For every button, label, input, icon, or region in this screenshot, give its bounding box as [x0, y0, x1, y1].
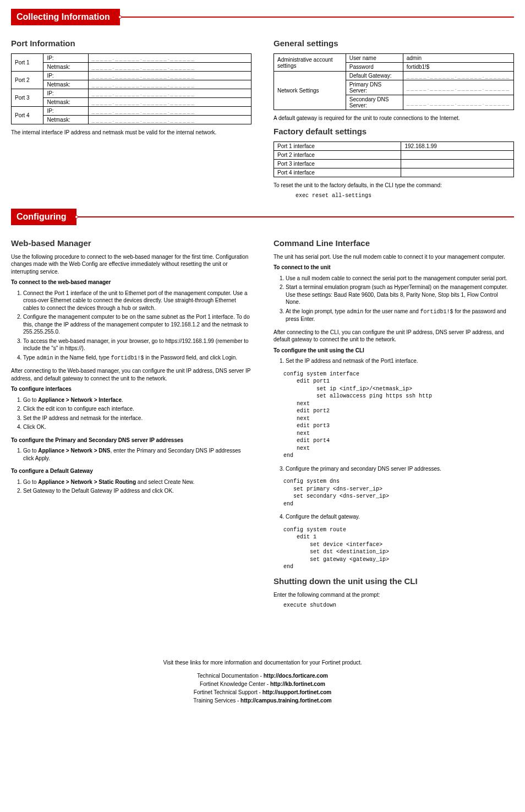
pass-val: fortidb1!$ — [403, 63, 513, 72]
ip-label: IP: — [43, 54, 88, 63]
blank-input[interactable]: _____.______.______.______ — [403, 72, 513, 80]
cli-steps1: Use a null modem cable to connect the se… — [286, 275, 514, 323]
cli-config-list: Set the IP address and netmask of the Po… — [286, 357, 514, 365]
factory-table: Port 1 interface 192.168.1.99 Port 2 int… — [274, 141, 514, 177]
footer-line1: Visit these links for more information a… — [11, 659, 514, 667]
port-label: Port 1 — [12, 54, 43, 72]
gw-label: Default Gateway: — [346, 72, 403, 80]
s3-bold: Appliance > Network > DNS — [38, 448, 110, 454]
factory-val — [401, 168, 514, 177]
web-post1: After connecting to the Web-based manage… — [11, 367, 251, 382]
cli-h1: To connect to the unit — [274, 264, 514, 271]
shutdown-title: Shutting down the unit using the CLI — [274, 576, 514, 586]
factory-label: Port 4 interface — [274, 168, 401, 177]
table-row: Netmask: _____.______.______.______ — [12, 80, 251, 89]
l4b[interactable]: http://campus.training.fortinet.com — [240, 697, 332, 704]
blank-input[interactable]: _____.______.______.______ — [88, 107, 251, 116]
blank-input[interactable]: _____.______.______.______ — [88, 72, 251, 80]
blank-input[interactable]: _____.______.______.______ — [88, 89, 251, 98]
port-info-note: The internal interface IP address and ne… — [11, 129, 251, 137]
list-item: Set Gateway to the Default Gateway IP ad… — [23, 487, 251, 495]
table-row: Netmask: _____.______.______.______ — [12, 98, 251, 107]
list-item: Configure the default gateway. — [286, 513, 514, 521]
s3-pre: Go to — [23, 448, 38, 454]
factory-val — [401, 159, 514, 168]
table-row: Administrative account settings User nam… — [274, 54, 514, 63]
cli-code-a: config system interface edit port1 set i… — [283, 370, 514, 460]
footer-link-row: Fortinet Knowledge Center - http://kb.fo… — [11, 680, 514, 688]
port-label: Port 4 — [12, 107, 43, 124]
ip-label: IP: — [43, 89, 88, 98]
table-row: Netmask: _____.______.______.______ — [12, 116, 251, 124]
section-configuring: Configuring — [11, 209, 514, 225]
blank-input[interactable]: _____.______.______.______ — [403, 95, 513, 110]
web-col: Web-based Manager Use the following proc… — [11, 234, 251, 615]
list-item: Set the IP address and netmask of the Po… — [286, 357, 514, 365]
cli-col: Command Line Interface The unit has seri… — [274, 234, 514, 615]
list-item: Click the edit icon to configure each in… — [23, 405, 251, 413]
mask-label: Netmask: — [43, 63, 88, 72]
blank-input[interactable]: _____.______.______.______ — [88, 63, 251, 72]
table-row: Port 3 interface — [274, 159, 514, 168]
web-steps2: Go to Appliance > Network > Interface. C… — [23, 396, 251, 431]
section-bar-bg — [11, 216, 514, 217]
list-item: Set the IP address and netmask for the i… — [23, 415, 251, 422]
factory-label: Port 1 interface — [274, 141, 401, 150]
web-h2: To configure interfaces — [11, 385, 251, 393]
table-row: Network Settings Default Gateway: _____.… — [274, 72, 514, 80]
l2b[interactable]: http://kb.fortinet.com — [270, 681, 325, 687]
port-label: Port 3 — [12, 89, 43, 107]
web-steps3: Go to Appliance > Network > DNS, enter t… — [23, 447, 251, 462]
configuring-columns: Web-based Manager Use the following proc… — [11, 234, 514, 615]
table-row: Netmask: _____.______.______.______ — [12, 63, 251, 72]
list-item: Configure the management computer to be … — [23, 313, 251, 336]
l1a: Technical Documentation - — [197, 673, 264, 679]
ip-label: IP: — [43, 107, 88, 116]
port-info-title: Port Information — [11, 39, 251, 48]
table-row: Port 2 interface — [274, 150, 514, 159]
blank-input[interactable]: _____.______.______.______ — [88, 80, 251, 89]
section-collecting-text: Collecting Information — [17, 12, 110, 21]
port-label: Port 2 — [12, 72, 43, 89]
list-item: Type admin in the Name field, type forti… — [23, 354, 251, 362]
shutdown-cmd: execute shutdown — [283, 602, 514, 609]
list-item: Go to Appliance > Network > DNS, enter t… — [23, 447, 251, 462]
sdns-label: Secondary DNS Server: — [346, 95, 403, 110]
factory-cmd: exec reset all-settings — [296, 192, 514, 200]
user-val: admin — [403, 54, 513, 63]
net-label: Network Settings — [274, 72, 346, 110]
cli-h2: To configure the unit using the CLI — [274, 347, 514, 355]
table-row: Port 2 IP: _____.______.______.______ — [12, 72, 251, 80]
mask-label: Netmask: — [43, 80, 88, 89]
list-item: Click OK. — [23, 423, 251, 431]
s4a-bold: Appliance > Network > Static Routing — [38, 479, 136, 485]
l1b[interactable]: http://docs.forticare.com — [264, 673, 328, 679]
cli-title: Command Line Interface — [274, 238, 514, 248]
web-steps1: Connect the Port 1 interface of the unit… — [23, 290, 251, 362]
section-configuring-label: Configuring — [11, 209, 76, 225]
cli-code-b: config system dns set primary <dns-serve… — [283, 478, 514, 508]
pdns-label: Primary DNS Server: — [346, 80, 403, 95]
list-item: To access the web-based manager, in your… — [23, 337, 251, 352]
cli-config-list-c: Configure the default gateway. — [286, 513, 514, 521]
port-info-table: Port 1 IP: _____.______.______.______ Ne… — [11, 53, 251, 124]
section-dot-icon — [118, 15, 122, 19]
blank-input[interactable]: _____.______.______.______ — [88, 98, 251, 107]
blank-input[interactable]: _____.______.______.______ — [88, 54, 251, 63]
l3a: Fortinet Technical Support - — [194, 689, 262, 695]
list-item: Connect the Port 1 interface of the unit… — [23, 290, 251, 312]
footer-link-row: Fortinet Technical Support - http://supp… — [11, 688, 514, 696]
section-configuring-text: Configuring — [17, 212, 67, 221]
admin-label: Administrative account settings — [274, 54, 346, 72]
web-steps4: Go to Appliance > Network > Static Routi… — [23, 478, 251, 495]
s4a-pre: Go to — [23, 479, 38, 485]
blank-input[interactable]: _____.______.______.______ — [88, 116, 251, 124]
web-h4: To configure a Default Gateway — [11, 467, 251, 475]
l3b[interactable]: http://support.fortinet.com — [262, 689, 332, 695]
factory-label: Port 3 interface — [274, 159, 401, 168]
blank-input[interactable]: _____.______.______.______ — [403, 80, 513, 95]
list-item: Use a null modem cable to connect the se… — [286, 275, 514, 282]
factory-title: Factory default settings — [274, 127, 514, 136]
s2-bold: Appliance > Network > Interface — [38, 397, 122, 403]
web-title: Web-based Manager — [11, 238, 251, 248]
